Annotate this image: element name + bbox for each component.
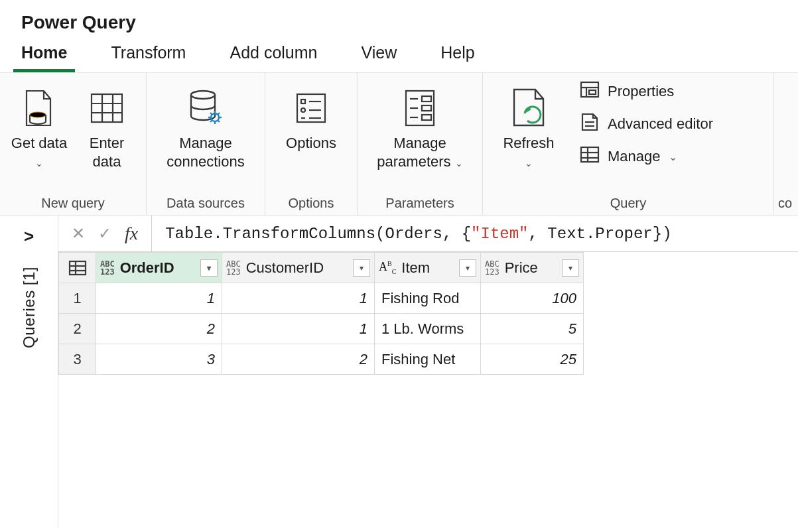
ribbon-group-label-new-query: New query bbox=[9, 192, 137, 211]
data-grid: ABC123 OrderID ▾ ABC123 CustomerID bbox=[58, 252, 584, 375]
type-any-icon: ABC123 bbox=[485, 260, 499, 276]
cell[interactable]: 1 bbox=[222, 314, 375, 344]
list-options-icon bbox=[293, 85, 329, 131]
column-header-orderid[interactable]: ABC123 OrderID ▾ bbox=[96, 253, 222, 283]
properties-label: Properties bbox=[608, 83, 674, 100]
ribbon-group-data-sources: Manage connections Data sources bbox=[147, 73, 265, 215]
type-any-icon: ABC123 bbox=[100, 260, 115, 276]
filter-dropdown-button[interactable]: ▾ bbox=[200, 259, 218, 277]
options-label: Options bbox=[286, 134, 336, 153]
enter-data-label: Enter data bbox=[77, 134, 137, 170]
get-data-label: Get data bbox=[11, 135, 67, 151]
fx-icon[interactable]: fx bbox=[125, 223, 138, 244]
column-name: CustomerID bbox=[246, 259, 324, 277]
column-name: Price bbox=[505, 259, 538, 277]
svg-rect-21 bbox=[422, 115, 431, 120]
manage-parameters-button[interactable]: Manage parameters ⌄ bbox=[367, 81, 473, 170]
cell[interactable]: 25 bbox=[481, 344, 584, 375]
cell[interactable]: 1 Lb. Worms bbox=[375, 314, 481, 344]
cell[interactable]: 1 bbox=[96, 283, 222, 314]
page-refresh-icon bbox=[509, 85, 549, 131]
tab-view[interactable]: View bbox=[353, 39, 405, 72]
type-any-icon: ABC123 bbox=[226, 260, 241, 276]
svg-point-11 bbox=[301, 108, 305, 112]
table-row[interactable]: 2211 Lb. Worms5 bbox=[59, 314, 584, 344]
column-name: OrderID bbox=[120, 259, 174, 277]
ribbon-tab-bar: Home Transform Add column View Help bbox=[0, 40, 798, 73]
chevron-down-icon: ⌄ bbox=[35, 158, 43, 168]
formula-input[interactable]: Table.TransformColumns(Orders, {"Item", … bbox=[152, 216, 798, 251]
row-number[interactable]: 1 bbox=[59, 283, 96, 314]
tab-help[interactable]: Help bbox=[432, 39, 482, 72]
tab-home[interactable]: Home bbox=[13, 39, 75, 72]
row-number[interactable]: 3 bbox=[59, 344, 96, 375]
formula-text-string: "Item" bbox=[471, 225, 528, 243]
manage-parameters-label: Manage parameters bbox=[377, 135, 450, 170]
table-row[interactable]: 332Fishing Net25 bbox=[59, 344, 584, 375]
manage-connections-label: Manage connections bbox=[156, 134, 255, 170]
svg-rect-32 bbox=[70, 261, 86, 275]
options-button[interactable]: Options bbox=[275, 81, 348, 153]
svg-point-6 bbox=[191, 91, 215, 99]
column-header-item[interactable]: ABC Item ▾ bbox=[375, 253, 481, 283]
app-title: Power Query bbox=[0, 0, 798, 40]
filter-dropdown-button[interactable]: ▾ bbox=[353, 259, 370, 277]
filter-dropdown-button[interactable]: ▾ bbox=[459, 259, 476, 277]
ribbon-group-label-query: Query bbox=[492, 192, 764, 211]
properties-button[interactable]: Properties bbox=[580, 81, 713, 102]
accept-formula-icon[interactable]: ✓ bbox=[98, 224, 111, 243]
ribbon-group-options: Options Options bbox=[265, 73, 358, 215]
svg-rect-9 bbox=[301, 100, 305, 103]
ribbon-group-parameters: Manage parameters ⌄ Parameters bbox=[358, 73, 483, 215]
ribbon: Get data ⌄ Enter data New query bbox=[0, 73, 798, 216]
queries-sidebar-collapsed: > Queries [1] bbox=[0, 216, 58, 527]
table-row[interactable]: 111Fishing Rod100 bbox=[59, 283, 584, 314]
table-grid-icon bbox=[89, 85, 125, 131]
column-header-customerid[interactable]: ABC123 CustomerID ▾ bbox=[222, 253, 375, 283]
manage-query-label: Manage bbox=[608, 148, 661, 165]
editor-icon bbox=[580, 113, 600, 135]
table-icon bbox=[60, 253, 95, 282]
sidebar-queries-label[interactable]: Queries [1] bbox=[20, 267, 38, 348]
grid-corner[interactable] bbox=[59, 253, 96, 283]
manage-query-button[interactable]: Manage ⌄ bbox=[580, 146, 713, 167]
ribbon-group-label-parameters: Parameters bbox=[367, 192, 473, 211]
ribbon-group-query: Refresh⌄ Properties Advanced editor bbox=[483, 73, 774, 215]
formula-text-after: , Text.Proper}) bbox=[529, 225, 672, 243]
row-number[interactable]: 2 bbox=[59, 314, 96, 344]
advanced-editor-label: Advanced editor bbox=[608, 115, 713, 133]
svg-rect-28 bbox=[581, 147, 598, 162]
cell[interactable]: 1 bbox=[222, 283, 375, 314]
refresh-label: Refresh bbox=[503, 135, 554, 151]
svg-rect-17 bbox=[422, 96, 431, 101]
ribbon-group-new-query: Get data ⌄ Enter data New query bbox=[0, 73, 147, 215]
refresh-button[interactable]: Refresh⌄ bbox=[492, 81, 565, 170]
manage-connections-button[interactable]: Manage connections bbox=[156, 81, 255, 170]
page-database-icon bbox=[23, 85, 56, 131]
chevron-down-icon: ⌄ bbox=[525, 158, 533, 168]
cancel-formula-icon[interactable]: ✕ bbox=[72, 224, 85, 243]
database-gear-icon bbox=[184, 85, 227, 131]
column-header-price[interactable]: ABC123 Price ▾ bbox=[481, 253, 584, 283]
cell[interactable]: 3 bbox=[96, 344, 222, 375]
ribbon-group-label-data-sources: Data sources bbox=[156, 192, 255, 211]
advanced-editor-button[interactable]: Advanced editor bbox=[580, 113, 713, 135]
enter-data-button[interactable]: Enter data bbox=[77, 81, 137, 170]
type-text-icon: ABC bbox=[379, 260, 396, 275]
tab-transform[interactable]: Transform bbox=[103, 39, 194, 72]
filter-dropdown-button[interactable]: ▾ bbox=[562, 259, 579, 277]
cell[interactable]: 2 bbox=[96, 314, 222, 344]
ribbon-group-label-options: Options bbox=[275, 192, 348, 211]
cell[interactable]: 2 bbox=[222, 344, 375, 375]
get-data-button[interactable]: Get data ⌄ bbox=[9, 81, 69, 170]
cell[interactable]: Fishing Net bbox=[375, 344, 481, 375]
svg-rect-25 bbox=[589, 90, 596, 94]
cell[interactable]: Fishing Rod bbox=[375, 283, 481, 314]
cell[interactable]: 100 bbox=[481, 283, 584, 314]
cell[interactable]: 5 bbox=[481, 314, 584, 344]
overflow-button[interactable] bbox=[778, 81, 798, 131]
tab-add-column[interactable]: Add column bbox=[222, 39, 325, 72]
svg-rect-19 bbox=[422, 105, 431, 111]
expand-sidebar-button[interactable]: > bbox=[24, 226, 34, 247]
column-name: Item bbox=[401, 259, 430, 277]
